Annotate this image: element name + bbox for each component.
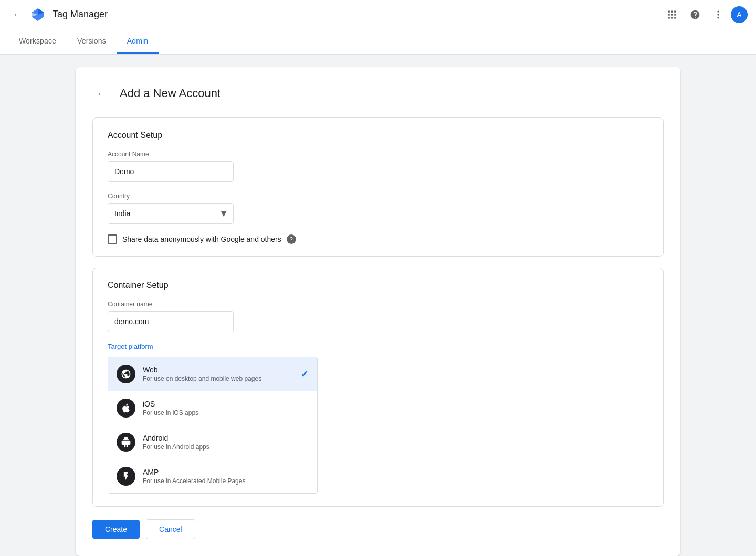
back-arrow-icon: ← — [13, 8, 23, 20]
country-label: Country — [108, 193, 648, 200]
platform-icon-ios — [117, 399, 135, 418]
account-name-input[interactable] — [108, 161, 234, 182]
platform-info-web: Web For use on desktop and mobile web pa… — [143, 366, 301, 382]
svg-rect-4 — [668, 10, 670, 12]
platform-item-android[interactable]: Android For use in Android apps — [108, 425, 317, 459]
svg-point-15 — [717, 17, 719, 18]
account-name-field-group: Account Name — [108, 151, 648, 182]
platform-icon-android — [117, 433, 135, 452]
share-data-label: Share data anonymously with Google and o… — [122, 235, 281, 243]
svg-rect-7 — [668, 14, 670, 15]
apps-button[interactable] — [662, 4, 682, 25]
platform-name-ios: iOS — [143, 400, 309, 408]
platform-info-android: Android For use in Android apps — [143, 434, 309, 451]
account-setup-title: Account Setup — [108, 131, 648, 140]
help-button[interactable] — [685, 4, 706, 25]
svg-rect-6 — [674, 10, 676, 12]
page-back-button[interactable]: ← — [92, 84, 111, 103]
platform-check-web: ✓ — [301, 368, 309, 380]
platform-list: Web For use on desktop and mobile web pa… — [108, 357, 318, 494]
svg-point-13 — [717, 10, 719, 12]
country-select-wrapper: India United States United Kingdom Austr… — [108, 203, 234, 224]
svg-rect-12 — [674, 17, 676, 18]
platform-name-amp: AMP — [143, 468, 309, 476]
help-question-mark: ? — [290, 236, 293, 242]
platform-name-android: Android — [143, 434, 309, 442]
platform-name-web: Web — [143, 366, 301, 374]
platform-info-ios: iOS For use in iOS apps — [143, 400, 309, 416]
platform-icon-web — [117, 365, 135, 383]
page-card: ← Add a New Account Account Setup Accoun… — [76, 67, 680, 556]
platform-desc-web: For use on desktop and mobile web pages — [143, 375, 301, 382]
container-setup-section: Container Setup Container name Target pl… — [92, 268, 664, 507]
country-select[interactable]: India United States United Kingdom Austr… — [108, 203, 234, 224]
platform-item-web[interactable]: Web For use on desktop and mobile web pa… — [108, 357, 317, 391]
country-field-group: Country India United States United Kingd… — [108, 193, 648, 224]
platform-icon-amp — [117, 467, 135, 486]
platform-desc-ios: For use in iOS apps — [143, 409, 309, 416]
tab-workspace[interactable]: Workspace — [8, 29, 67, 54]
main-content: ← Add a New Account Account Setup Accoun… — [63, 55, 693, 556]
page-back-icon: ← — [97, 88, 107, 100]
create-button[interactable]: Create — [92, 520, 140, 539]
share-data-row: Share data anonymously with Google and o… — [108, 234, 648, 244]
platform-info-amp: AMP For use in Accelerated Mobile Pages — [143, 468, 309, 485]
svg-rect-10 — [668, 17, 670, 18]
svg-rect-5 — [671, 10, 673, 12]
action-row: Create Cancel — [92, 519, 664, 539]
svg-point-14 — [717, 14, 719, 15]
svg-rect-11 — [671, 17, 673, 18]
share-data-help-icon[interactable]: ? — [287, 234, 296, 244]
cancel-button[interactable]: Cancel — [146, 519, 195, 539]
container-name-field-group: Container name — [108, 301, 648, 332]
container-setup-title: Container Setup — [108, 281, 648, 290]
account-name-label: Account Name — [108, 151, 648, 158]
app-logo — [29, 6, 46, 23]
platform-item-ios[interactable]: iOS For use in iOS apps — [108, 391, 317, 425]
account-setup-section: Account Setup Account Name Country India… — [92, 117, 664, 257]
app-title: Tag Manager — [52, 9, 662, 20]
more-options-button[interactable] — [708, 4, 729, 25]
platform-desc-android: For use in Android apps — [143, 443, 309, 451]
svg-rect-9 — [674, 14, 676, 15]
platform-desc-amp: For use in Accelerated Mobile Pages — [143, 477, 309, 485]
share-data-checkbox[interactable] — [108, 234, 117, 244]
page-title: Add a New Account — [120, 87, 220, 100]
app-bar: ← Tag Manager A — [0, 0, 756, 29]
container-name-label: Container name — [108, 301, 648, 308]
svg-rect-8 — [671, 14, 673, 15]
platform-item-amp[interactable]: AMP For use in Accelerated Mobile Pages — [108, 459, 317, 493]
target-platform-label: Target platform — [108, 343, 648, 350]
app-bar-actions: A — [662, 4, 748, 25]
tab-versions[interactable]: Versions — [67, 29, 117, 54]
tab-admin[interactable]: Admin — [117, 29, 159, 54]
tab-bar: Workspace Versions Admin — [0, 29, 756, 55]
page-header: ← Add a New Account — [92, 84, 664, 103]
avatar[interactable]: A — [731, 6, 748, 23]
container-name-input[interactable] — [108, 311, 234, 332]
app-bar-back-button[interactable]: ← — [8, 5, 27, 24]
